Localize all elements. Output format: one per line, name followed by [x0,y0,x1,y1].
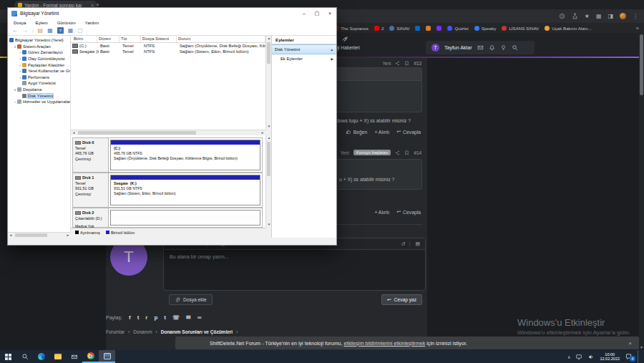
theme-bulb-icon[interactable] [500,44,507,51]
extensions-icon[interactable]: ▦ [596,14,602,19]
tree-item-hizmetler[interactable]: ›Hizmetler ve Uygulamalar [8,99,70,105]
breadcrumb-current[interactable]: Donanım Sorunları ve Çözümleri [161,329,233,334]
bookmark-item[interactable]: LİSANS SINAV [502,26,539,31]
bookmark-item[interactable]: The Sopranos [333,26,369,31]
tree-item-depolama[interactable]: ∨Depolama [8,87,70,93]
maximize-button[interactable]: ▢ [311,8,323,19]
export-icon[interactable]: ▤ [38,28,44,34]
tree-hscrollbar[interactable]: ◄ ► [8,232,71,238]
minimize-button[interactable]: – [298,8,311,19]
collapse-icon[interactable]: ▲ [331,48,333,52]
bookmark-post-icon[interactable] [404,150,409,155]
menu-eylem[interactable]: Eylem [36,20,48,25]
tree-item-olay-goruntuleyicisi[interactable]: ›Olay Görüntüleyicisi [8,56,70,62]
bookmark-item[interactable]: SINAV [389,26,409,31]
col-tur[interactable]: Tür [119,36,141,42]
breadcrumb-hardware[interactable]: Donanım [133,329,152,334]
close-icon[interactable]: × [628,340,632,347]
window-titlebar[interactable]: Bilgisayar Yönetimi – ▢ × [8,8,336,19]
tree-item-root[interactable]: Bilgisayar Yönetimi (Yerel) [8,37,70,44]
bookmark-item[interactable]: Quizlet [447,26,468,31]
taskbar-computer-management-button[interactable] [99,350,115,363]
taskbar-edge-button[interactable] [33,350,49,363]
disk-0-row[interactable]: Disk 0 Temel 465,76 GB Çevrimiçi (C:) 46… [72,137,263,173]
disk-1-row[interactable]: Disk 1 Temel 931,51 GB Çevrimiçi Seagate… [72,173,263,208]
col-birim[interactable]: Birim [71,36,97,42]
share-post-icon[interactable] [395,61,400,66]
profile-avatar[interactable] [620,13,626,19]
bookmark-item[interactable] [436,26,441,31]
share-post-icon[interactable] [395,150,400,155]
search-icon[interactable] [512,44,518,51]
undo-icon[interactable]: ↺ [401,241,406,246]
enable-notifications-link[interactable]: etkileşim bildirimlerini etkinleştirmek [343,340,425,347]
bookmark-item[interactable]: Uçak Bakımı Alanı... [545,26,592,31]
scrollbar-thumb[interactable] [640,34,643,95]
back-icon[interactable]: ← [12,28,18,34]
bookmark-item[interactable] [426,26,431,31]
page-scrollbar[interactable]: ▼ [639,33,644,350]
whatsapp-icon[interactable]: ☏ [172,314,180,321]
action-center-button[interactable]: 4 [625,353,633,360]
history-icon[interactable] [559,13,565,19]
reddit-icon[interactable]: r [145,314,147,321]
show-desktop-button[interactable] [638,350,640,363]
bell-icon[interactable] [489,44,495,51]
nav-item-news[interactable]: oji Haberleri [335,45,360,50]
post-number[interactable]: #13 [414,61,421,66]
quote-button[interactable]: + Alıntı [374,130,389,135]
taskbar-explorer-button[interactable] [49,350,66,363]
bookmark-star-icon[interactable]: ★ [585,14,590,19]
network-display-icon[interactable] [575,354,582,360]
forward-icon[interactable]: → [22,28,28,34]
col-duzen[interactable]: Düzen [97,36,119,42]
submenu-arrow-icon[interactable]: ▶ [331,57,333,61]
attach-file-button[interactable]: Dosya ekle [169,294,213,305]
disk-1-partition[interactable]: Seagate (K:) 931,51 GB NTFS Sağlam (Sist… [110,175,260,205]
user-avatar[interactable]: T [431,44,439,52]
col-durum[interactable]: Durum [177,36,265,42]
mail-icon[interactable] [477,44,484,51]
user-name[interactable]: Tayfun Aktar [444,45,472,50]
actions-item-ek-eylemler[interactable]: Ek Eylemler ▶ [272,54,336,63]
share-page-icon[interactable] [572,13,578,19]
taskbar-mail-button[interactable] [66,350,82,363]
window-icon[interactable]: ▢ [77,28,83,34]
menu-yardim[interactable]: Yardım [85,20,99,25]
volume-row-c[interactable]: (C:) Basit Temel NTFS Sağlam (Önyükleme,… [71,43,265,49]
preview-icon[interactable]: ▤ [409,241,420,246]
tumblr-icon[interactable]: t [164,314,166,321]
tree-item-sistem-araclari[interactable]: ∨Sistem Araçları [8,44,70,50]
link-icon[interactable]: ∞ [197,314,202,321]
col-dosya-sistemi[interactable]: Dosya Sistemi [141,36,177,42]
volume-icon[interactable] [587,354,595,360]
email-icon[interactable]: ✉ [186,314,191,321]
facebook-icon[interactable]: f [129,314,131,321]
twitter-icon[interactable]: t [137,314,140,321]
disk-0-partition[interactable]: (C:) 465,76 GB NTFS Sağlam (Önyükleme, D… [110,140,260,170]
post-number[interactable]: #14 [414,150,421,155]
bookmark-item[interactable]: 2 [374,26,384,31]
reply-button[interactable]: ↩ Cevapla [396,129,421,135]
volume-list-hscrollbar[interactable]: ◄ ► [71,130,265,135]
hidden-icons-chevron[interactable]: ∧ [567,354,570,359]
breadcrumb-forums[interactable]: Forumlar [106,329,125,334]
console-window-icon[interactable]: ▦ [47,28,53,34]
reply-editor[interactable]: B I T ≡ ≣ ¶ ∞ ▦ ⌄ ↺ ▤ Bu alana bir cevap… [163,238,426,291]
bookmark-item[interactable]: Speaky [474,26,497,31]
quote-button[interactable]: + Alıntı [374,210,389,215]
close-button[interactable]: × [323,8,336,19]
pinterest-icon[interactable]: p [154,314,157,321]
console-window-icon[interactable]: ▦ [68,28,74,34]
reply-submit-button[interactable]: ↩ Cevap yaz [381,294,422,305]
taskbar-search-button[interactable] [16,350,33,363]
menu-gorunum[interactable]: Görünüm [57,20,76,25]
browser-menu-icon[interactable]: ⋮ [633,14,638,19]
disk-view-scrollbar[interactable]: ▲ ▼ [265,135,271,228]
bookmark-post-icon[interactable] [404,61,409,66]
taskbar-chrome-button[interactable] [82,350,99,363]
disk-2-row[interactable]: Disk 2 Çıkarılabilir (D:) Medya Yok [72,208,263,228]
tree-item-disk-yonetimi[interactable]: Disk Yönetimi [8,92,70,99]
bookmarks-overflow-icon[interactable]: » [636,25,644,32]
tree-item-aygit-yoneticisi[interactable]: Aygıt Yöneticisi [8,80,70,87]
